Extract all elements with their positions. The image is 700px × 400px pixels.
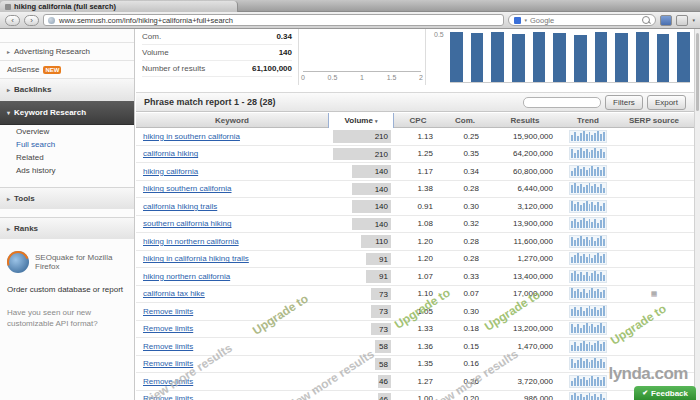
keyword-link[interactable]: hiking northern california <box>143 272 230 281</box>
magnifier-icon[interactable] <box>642 16 650 24</box>
trend-bar <box>574 240 576 246</box>
trend-bar <box>594 327 596 333</box>
trend-bar <box>594 169 596 176</box>
keyword-link[interactable]: Remove limits <box>143 307 193 316</box>
column-header-keyword[interactable]: Keyword <box>136 116 328 125</box>
cpc-value: 1.35 <box>394 359 442 368</box>
column-header-trend[interactable]: Trend <box>562 116 614 125</box>
downloads-icon[interactable] <box>676 15 688 26</box>
trend-cell <box>562 392 614 400</box>
cpc-value: 1.20 <box>394 237 442 246</box>
sidebar-item-ranks[interactable]: ▸ Ranks <box>0 217 134 239</box>
results-value: 986,000 <box>488 394 562 400</box>
trend-cell <box>562 130 614 143</box>
browser-tab[interactable]: hiking california (full search) <box>0 1 238 12</box>
volume-cell: 73 <box>328 286 394 303</box>
sidebar-item-tools[interactable]: ▸ Tools <box>0 187 134 209</box>
trend-bar <box>594 219 596 228</box>
export-button[interactable]: Export <box>647 95 686 110</box>
competition-value: 0.30 <box>442 202 488 211</box>
metric-row: Number of results 61,100,000 <box>142 61 292 77</box>
keyword-link[interactable]: Remove limits <box>143 377 193 386</box>
trend-bar <box>583 167 585 176</box>
keyword-link[interactable]: Remove limits <box>143 324 193 333</box>
keyword-link[interactable]: california hiking <box>143 149 198 158</box>
trend-bar <box>574 291 576 298</box>
keyword-link[interactable]: hiking in california hiking trails <box>143 254 249 263</box>
trend-bar <box>589 362 591 368</box>
trend-bar <box>603 342 605 351</box>
results-value: 13,900,000 <box>488 219 562 228</box>
volume-cell: 110 <box>328 233 394 250</box>
vertical-scrollbar[interactable] <box>694 29 700 400</box>
keyword-link[interactable]: california hiking trails <box>143 202 217 211</box>
seoquake-promo[interactable]: SEOquake for Mozilla Firefox <box>0 251 134 273</box>
keyword-link[interactable]: Remove limits <box>143 342 193 351</box>
keyword-cell: california hiking trails <box>136 202 328 211</box>
trend-bar <box>594 205 596 211</box>
sidebar-item-related[interactable]: Related <box>0 151 134 164</box>
sidebar-item-advertising-research[interactable]: ▸ Advertising Research <box>0 43 134 61</box>
keyword-cell: Remove limits <box>136 342 328 351</box>
trend-bar <box>586 185 588 193</box>
forward-button[interactable]: › <box>24 15 39 26</box>
chevron-right-icon: ▸ <box>7 48 10 55</box>
new-badge: NEW <box>43 66 61 74</box>
trend-bar <box>577 222 579 228</box>
trend-bar <box>589 378 591 386</box>
search-bar[interactable]: ▾ Google <box>508 14 656 26</box>
trend-bar <box>600 323 602 333</box>
report-search-input[interactable] <box>523 97 601 108</box>
scrollbar-thumb[interactable] <box>696 33 699 111</box>
results-value: 1,470,000 <box>488 342 562 351</box>
trend-minichart <box>569 235 607 248</box>
feedback-button[interactable]: ✔ Feedback <box>634 386 696 400</box>
sidebar-item-full-search[interactable]: Full search <box>0 138 134 151</box>
keyword-link[interactable]: hiking in southern california <box>143 132 240 141</box>
sidebar-item-adsense[interactable]: AdSense NEW <box>0 61 134 79</box>
trend-bar <box>589 276 591 281</box>
sidebar-item-overview[interactable]: Overview <box>0 125 134 138</box>
trend-minichart <box>569 322 607 335</box>
keyword-link[interactable]: Remove limits <box>143 394 193 400</box>
keyword-link[interactable]: california tax hike <box>143 289 205 298</box>
trend-bar <box>603 362 605 368</box>
screen: hiking california (full search) ‹ › www.… <box>0 0 700 400</box>
keyword-link[interactable]: southern california hiking <box>143 219 232 228</box>
back-button[interactable]: ‹ <box>5 15 20 26</box>
sidebar-item-keyword-research[interactable]: ▾ Keyword Research <box>0 101 134 125</box>
filters-button[interactable]: Filters <box>605 95 643 110</box>
order-custom-report-link[interactable]: Order custom database or report <box>0 285 134 294</box>
url-bar[interactable]: www.semrush.com/info/hiking+california+f… <box>43 14 504 26</box>
keyword-link[interactable]: hiking california <box>143 167 198 176</box>
column-header-volume[interactable]: Volume ▾ <box>328 113 394 128</box>
sort-caret-icon: ▾ <box>375 118 378 124</box>
cpc-value: 1.36 <box>394 342 442 351</box>
column-header-cpc[interactable]: CPC <box>394 116 442 125</box>
keyword-cell: southern california hiking <box>136 219 328 228</box>
trend-bar <box>597 361 599 368</box>
metric-value: 61,100,000 <box>252 64 292 73</box>
trend-minichart <box>569 147 607 160</box>
keyword-link[interactable]: hiking southern california <box>143 184 232 193</box>
trend-bar <box>597 341 599 351</box>
keyword-link[interactable]: hiking in northern california <box>143 237 239 246</box>
sidebar-item-ads-history[interactable]: Ads history <box>0 164 134 177</box>
toolbar-overflow-icon[interactable]: ▾ <box>692 17 695 23</box>
keyword-cell: hiking california <box>136 167 328 176</box>
sidebar-subitem-label: Ads history <box>16 166 56 175</box>
search-engine-dropdown-icon[interactable]: ▾ <box>524 17 527 23</box>
trend-bar <box>571 395 573 400</box>
addon-icon[interactable] <box>660 15 672 26</box>
table-row: Remove limits 73 1.05 0.30 <box>136 303 694 321</box>
trend-bar <box>571 135 573 141</box>
keyword-link[interactable]: Remove limits <box>143 359 193 368</box>
trend-bar <box>586 293 588 298</box>
column-header-serp-source[interactable]: SERP source <box>614 116 694 125</box>
cpc-value: 1.27 <box>394 377 442 386</box>
column-header-competition[interactable]: Com. <box>442 116 488 125</box>
sidebar-item-backlinks[interactable]: ▸ Backlinks <box>0 79 134 101</box>
competition-value: 0.35 <box>442 149 488 158</box>
column-header-results[interactable]: Results <box>488 116 562 125</box>
trend-bar <box>580 272 582 281</box>
